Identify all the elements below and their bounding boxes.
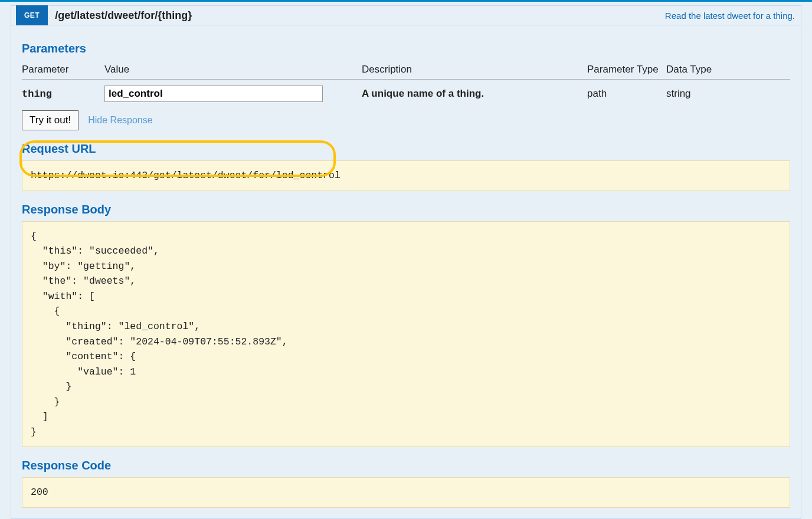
response-body-heading: Response Body: [22, 203, 790, 216]
try-it-out-button[interactable]: Try it out!: [22, 110, 78, 130]
response-code-block: 200: [22, 477, 790, 508]
param-data-type: string: [666, 80, 790, 109]
hide-response-link[interactable]: Hide Response: [88, 115, 152, 126]
col-description: Description: [362, 60, 587, 80]
param-name: thing: [22, 80, 104, 109]
table-row: thing A unique name of a thing. path str…: [22, 80, 790, 109]
param-description: A unique name of a thing.: [362, 80, 587, 109]
parameters-heading: Parameters: [22, 42, 790, 55]
param-value-input[interactable]: [104, 86, 323, 102]
operation-header[interactable]: GET /get/latest/dweet/for/{thing} Read t…: [11, 5, 801, 25]
param-type: path: [587, 80, 666, 109]
response-code-heading: Response Code: [22, 459, 790, 472]
col-data-type: Data Type: [666, 60, 790, 80]
col-value: Value: [104, 60, 362, 80]
parameters-table: Parameter Value Description Parameter Ty…: [22, 60, 790, 108]
operation-summary: Read the latest dweet for a thing.: [665, 11, 801, 21]
col-parameter-type: Parameter Type: [587, 60, 666, 80]
operation-path: /get/latest/dweet/for/{thing}: [55, 9, 192, 22]
method-badge: GET: [16, 5, 48, 25]
request-url-heading: Request URL: [22, 142, 790, 156]
actions-row: Try it out! Hide Response: [22, 110, 790, 130]
response-body-block: { "this": "succeeded", "by": "getting", …: [22, 221, 790, 448]
col-parameter: Parameter: [22, 60, 104, 80]
request-url-block: https://dweet.io:443/get/latest/dweet/fo…: [22, 160, 790, 191]
operation-content: Parameters Parameter Value Description P…: [11, 25, 801, 519]
